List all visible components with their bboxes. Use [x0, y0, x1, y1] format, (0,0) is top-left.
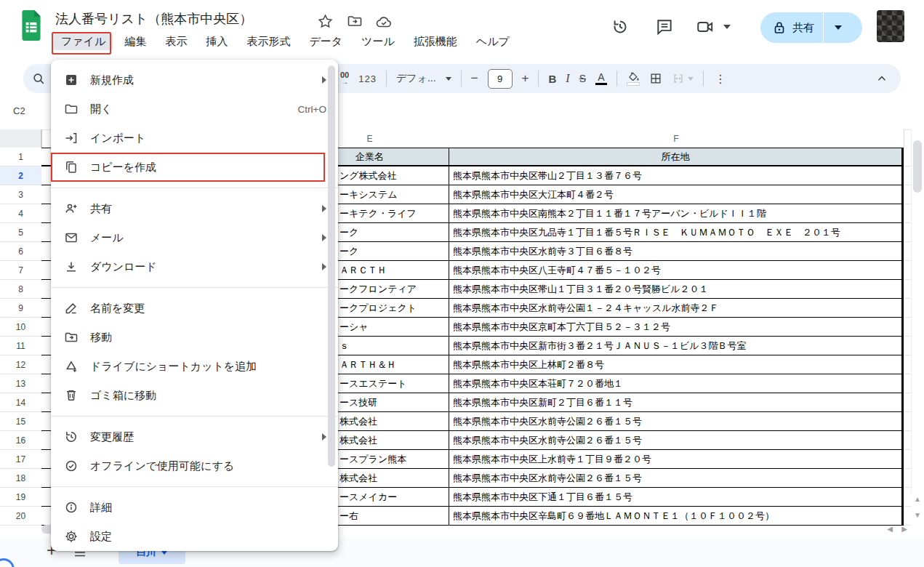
version-history-icon[interactable] [611, 17, 630, 36]
strikethrough-button[interactable]: S [579, 73, 586, 84]
row-header[interactable]: 2 [0, 166, 41, 185]
row-header[interactable]: 7 [0, 261, 41, 280]
row-header[interactable]: 16 [0, 431, 41, 450]
more-toolbar-icon[interactable]: ⋮ [713, 72, 728, 86]
row-header[interactable]: 15 [0, 412, 41, 431]
increase-decimal-icon[interactable]: 00→ [340, 72, 349, 85]
row-header[interactable]: 14 [0, 393, 41, 412]
cell-address[interactable]: 熊本県熊本市中央区新町２丁目６番１１号 [449, 393, 904, 412]
vertical-scrollbar-thumb[interactable] [913, 140, 922, 193]
video-call-dropdown-icon[interactable] [723, 25, 731, 29]
file-menu-item[interactable]: 変更履歴 [51, 422, 338, 451]
row-header[interactable]: 10 [0, 318, 41, 337]
row-header[interactable]: 11 [0, 337, 41, 355]
file-menu-scrollbar-thumb[interactable] [328, 65, 335, 467]
row-header[interactable]: 1 [0, 148, 41, 166]
file-menu-item[interactable]: 共有 [51, 194, 338, 223]
move-folder-icon[interactable] [347, 14, 363, 29]
menubar-item[interactable]: 拡張機能 [406, 33, 465, 50]
collapse-toolbar-icon[interactable] [875, 72, 888, 85]
text-color-button[interactable]: A [595, 73, 607, 85]
menubar-item[interactable]: データ [302, 33, 350, 50]
name-box[interactable]: C2 [13, 105, 25, 116]
cell-address[interactable]: 熊本県熊本市中央区辛島町６９番地ＬＡＭＯＮＴＥ１（１０Ｆ１００２号） [449, 507, 904, 526]
share-dropdown-icon[interactable] [824, 25, 853, 30]
cell-address[interactable]: 熊本県熊本市中央区下通１丁目６番１５号 [449, 488, 904, 507]
file-menu-item[interactable]: オフラインで使用可能にする [51, 451, 338, 480]
cell-address[interactable]: 熊本県熊本市中央区帯山２丁目１３番７６号 [449, 166, 904, 185]
cloud-status-icon[interactable] [375, 14, 393, 30]
menubar-item[interactable]: ヘルプ [469, 33, 517, 50]
share-button[interactable]: 共有 [760, 12, 862, 43]
row-header[interactable]: 13 [0, 374, 41, 393]
cell-address[interactable]: 熊本県熊本市中央区帯山１丁目３１番２０号賢勝ビル２０１ [449, 280, 904, 299]
file-menu-item[interactable]: 名前を変更 [51, 294, 338, 323]
row-header[interactable]: 3 [0, 185, 41, 204]
font-family-select[interactable]: デフォ... [396, 72, 436, 85]
file-menu-item[interactable]: 開くCtrl+O [51, 94, 338, 124]
scroll-right-icon[interactable]: ▶ [899, 523, 910, 534]
cell-address[interactable]: 熊本県熊本市中央区八王寺町４７番５－１０２号 [449, 261, 904, 280]
number-format-button[interactable]: 123 [358, 73, 377, 84]
file-menu-item[interactable]: ダウンロード [51, 252, 338, 281]
sheets-logo[interactable] [19, 9, 44, 41]
cell-address[interactable]: 熊本県熊本市中央区本荘町７２０番地１ [449, 374, 904, 393]
star-icon[interactable] [318, 14, 333, 29]
cell-address[interactable]: 熊本県熊本市中央区京町本丁六丁目５２－３１２号 [449, 318, 904, 337]
font-size-input[interactable]: 9 [488, 69, 513, 89]
menubar-item[interactable]: 表示 [158, 33, 194, 50]
cell-address[interactable]: 熊本県熊本市中央区水前寺公園２６番１５号 [449, 431, 904, 450]
sheet-tab-menu-icon[interactable] [161, 551, 167, 555]
cell-address[interactable]: 熊本県熊本市中央区大江本町４番２号 [449, 185, 904, 204]
avatar[interactable] [877, 10, 904, 42]
file-menu-item[interactable]: 移動 [51, 323, 338, 352]
row-header[interactable]: 20 [0, 507, 41, 526]
file-menu-item[interactable]: メール [51, 223, 338, 252]
column-header-f[interactable]: F [449, 129, 904, 148]
cell-address[interactable]: 熊本県熊本市中央区水前寺公園２６番１５号 [449, 469, 904, 488]
file-menu-item[interactable]: 設定 [51, 522, 338, 551]
file-menu-item[interactable]: ゴミ箱に移動 [51, 381, 338, 410]
row-header[interactable]: 17 [0, 450, 41, 469]
file-menu-item[interactable]: ドライブにショートカットを追加 [51, 352, 338, 381]
file-menu-item[interactable]: 詳細 [51, 493, 338, 522]
merge-cells-button[interactable] [672, 72, 694, 85]
fill-color-button[interactable] [627, 71, 640, 86]
menubar-item[interactable]: 挿入 [198, 33, 235, 50]
cell-address[interactable]: 熊本県熊本市中央区水前寺公園１－２４キャッスル水前寺２Ｆ [449, 299, 904, 318]
cell-address[interactable]: 熊本県熊本市中央区上水前寺１丁目９番２０号 [449, 450, 904, 469]
file-menu-item[interactable]: 新規作成 [51, 65, 338, 94]
row-header[interactable]: 9 [0, 299, 41, 318]
cell-address[interactable]: 熊本県熊本市中央区九品寺１丁目１番５号ＲＩＳＥ ＫＵＭＡＭＯＴＯ ＥＸＥ ２０１… [449, 223, 904, 242]
row-header[interactable]: 18 [0, 469, 41, 488]
file-menu-item[interactable]: インポート [51, 124, 338, 153]
row-header[interactable]: 12 [0, 355, 41, 374]
cell-address[interactable]: 熊本県熊本市中央区新市街３番２１号ＪＡＮＵＳ－１ビル３階Ｂ号室 [449, 337, 904, 355]
select-all-corner[interactable] [0, 129, 42, 148]
menubar-item[interactable]: ツール [354, 33, 402, 50]
document-title[interactable]: 法人番号リスト（熊本市中央区） [55, 10, 252, 28]
row-header[interactable]: 6 [0, 242, 41, 261]
comments-icon[interactable] [655, 17, 674, 36]
scroll-up-icon[interactable]: ▲ [912, 493, 923, 504]
row-header[interactable]: 4 [0, 204, 41, 223]
cell-address[interactable]: 熊本県熊本市中央区水前寺公園２６番１５号 [449, 412, 904, 431]
menubar-item[interactable]: 編集 [117, 33, 153, 50]
decrease-font-size-button[interactable]: − [471, 71, 478, 86]
italic-button[interactable]: I [566, 72, 569, 85]
borders-button[interactable] [649, 72, 662, 85]
video-call-icon[interactable] [696, 17, 715, 36]
row-header[interactable]: 19 [0, 488, 41, 507]
scroll-down-icon[interactable]: ▼ [912, 509, 923, 520]
font-family-dropdown-icon[interactable] [446, 77, 451, 81]
increase-font-size-button[interactable]: + [522, 71, 529, 86]
cell-address[interactable]: 熊本県熊本市中央区水前寺３丁目６番８号 [449, 242, 904, 261]
cell-address[interactable]: 熊本県熊本市中央区上林町２番８号 [449, 355, 904, 374]
file-menu-item[interactable]: コピーを作成 [51, 153, 325, 182]
scroll-left-icon[interactable]: ◀ [884, 523, 896, 534]
cell-address[interactable]: 熊本県熊本市中央区南熊本２丁目１１番１７号アーバン・ビルドＩＩ１階 [449, 204, 904, 223]
header-cell-address[interactable]: 所在地 [449, 148, 904, 166]
menubar-item[interactable]: 表示形式 [239, 33, 297, 50]
menubar-item[interactable]: ファイル [54, 33, 113, 50]
row-header[interactable]: 8 [0, 280, 41, 299]
